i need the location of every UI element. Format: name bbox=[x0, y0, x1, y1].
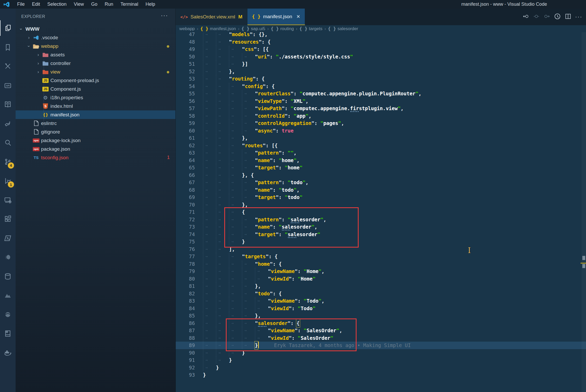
next-change-icon[interactable] bbox=[543, 13, 550, 21]
code-line-48[interactable]: 48"resources": { bbox=[176, 38, 586, 46]
breadcrumb-item-salesorder[interactable]: salesorder bbox=[338, 26, 358, 31]
code-line-58[interactable]: 58"controlId": "app", bbox=[176, 112, 586, 120]
tree-item-webapp[interactable]: ›webapp● bbox=[16, 42, 175, 50]
menu-item-selection[interactable]: Selection bbox=[44, 0, 70, 9]
indent-tab bbox=[203, 90, 216, 97]
code-line-65[interactable]: 65"target": "home" bbox=[176, 164, 586, 171]
code-line-91[interactable]: 91} bbox=[176, 356, 586, 364]
code-line-55[interactable]: 55"routerClass": "computec.appengine.plu… bbox=[176, 90, 586, 97]
remote-explorer-icon[interactable] bbox=[0, 192, 16, 208]
code-line-64[interactable]: 64"name": "home", bbox=[176, 157, 586, 164]
tree-item-component-preload-js[interactable]: JSComponent-preload.js bbox=[16, 76, 175, 85]
code-line-82[interactable]: 82"todo": { bbox=[176, 290, 586, 297]
menu-item-edit[interactable]: Edit bbox=[28, 0, 44, 9]
tree-root-www[interactable]: ›WWW bbox=[16, 25, 175, 33]
tree-item-tsconfig-json[interactable]: TStsconfig.json1 bbox=[16, 153, 175, 162]
breadcrumb-item-sap-ui5[interactable]: sap.ui5 bbox=[251, 26, 265, 31]
run-and-debug-icon[interactable]: 1 bbox=[0, 173, 16, 189]
code-line-60[interactable]: 60"async": true bbox=[176, 127, 586, 135]
project-fragments-icon[interactable] bbox=[0, 116, 16, 131]
tab-salesorder-view-xml[interactable]: </>SalesOrder.view.xmlM bbox=[176, 9, 247, 25]
code-line-67[interactable]: 67"pattern": "todo", bbox=[176, 179, 586, 186]
tab-manifest-json[interactable]: { }manifest.json✕ bbox=[247, 9, 305, 25]
breadcrumb[interactable]: webapp›{ }manifest.json›{ }sap.ui5›{ }ro… bbox=[176, 25, 586, 32]
code-line-79[interactable]: 79"viewName": "Home", bbox=[176, 268, 586, 275]
previous-change-icon[interactable] bbox=[523, 13, 529, 21]
code-line-50[interactable]: 50"uri": "./assets/style/style.css" bbox=[176, 53, 586, 61]
scrollbar[interactable] bbox=[582, 25, 586, 392]
split-editor-icon[interactable] bbox=[565, 13, 571, 21]
more-actions-icon[interactable]: ··· bbox=[575, 14, 582, 20]
code-line-52[interactable]: 52}, bbox=[176, 68, 586, 75]
explorer-more-actions-icon[interactable]: ··· bbox=[161, 12, 168, 19]
tree-item-package-json[interactable]: npmpackage.json bbox=[16, 145, 175, 153]
explorer-icon[interactable] bbox=[0, 20, 16, 36]
code-line-59[interactable]: 59"controlAggregation": "pages", bbox=[176, 119, 586, 127]
tree-item-gitignore[interactable]: gitignore bbox=[16, 128, 175, 136]
live-server-icon[interactable] bbox=[0, 249, 16, 265]
tree-item-manifest-json[interactable]: { }manifest.json bbox=[16, 110, 175, 119]
code-line-69[interactable]: 69"target": "todo" bbox=[176, 194, 586, 201]
containers-icon[interactable] bbox=[0, 326, 16, 341]
code-line-54[interactable]: 54"config": { bbox=[176, 83, 586, 90]
code-token: viewName bbox=[271, 268, 295, 275]
close-icon[interactable]: ✕ bbox=[296, 14, 300, 19]
tree-item-controller[interactable]: ›controller bbox=[16, 59, 175, 68]
code-line-53[interactable]: 53"routing": { bbox=[176, 75, 586, 83]
code-line-49[interactable]: 49"css": [{ bbox=[176, 45, 586, 53]
menu-item-file[interactable]: File bbox=[14, 0, 28, 9]
tree-item-index-html[interactable]: 5index.html bbox=[16, 102, 175, 110]
indent-tab bbox=[216, 356, 229, 364]
openapi-icon[interactable] bbox=[0, 307, 16, 322]
tree-item-view[interactable]: ›view● bbox=[16, 68, 175, 76]
code-line-68[interactable]: 68"name": "todo", bbox=[176, 186, 586, 194]
menu-item-go[interactable]: Go bbox=[88, 0, 101, 9]
tree-item-i18n-properties[interactable]: ⚙i18n.properties bbox=[16, 93, 175, 102]
indent-tab bbox=[203, 68, 216, 75]
code-token: " bbox=[298, 305, 300, 312]
menu-item-help[interactable]: Help bbox=[142, 0, 159, 9]
code-line-80[interactable]: 80"viewId": "Home" bbox=[176, 275, 586, 283]
timeline-icon[interactable] bbox=[554, 13, 561, 21]
menu-item-run[interactable]: Run bbox=[101, 0, 117, 9]
code-line-84[interactable]: 84"viewId": "Todo" bbox=[176, 305, 586, 312]
code-line-78[interactable]: 78"home": { bbox=[176, 260, 586, 268]
breadcrumb-item-routing[interactable]: routing bbox=[280, 26, 294, 31]
api-client-icon[interactable]: API bbox=[0, 78, 16, 93]
tree-item-package-lock-json[interactable]: npmpackage-lock.json bbox=[16, 136, 175, 145]
code-line-61[interactable]: 61}, bbox=[176, 134, 586, 142]
menu-item-terminal[interactable]: Terminal bbox=[117, 0, 142, 9]
code-line-57[interactable]: 57"viewPath": "computec.appengine.firstp… bbox=[176, 105, 586, 112]
azure-pipelines-icon[interactable] bbox=[0, 288, 16, 303]
code-line-62[interactable]: 62"routes": [{ bbox=[176, 142, 586, 149]
code-line-56[interactable]: 56"viewType": "XML", bbox=[176, 97, 586, 105]
source-control-icon[interactable]: 4 bbox=[0, 154, 16, 170]
breadcrumb-item-manifest-json[interactable]: manifest.json bbox=[210, 26, 236, 31]
code-line-63[interactable]: 63"pattern": "", bbox=[176, 149, 586, 157]
docker-icon[interactable] bbox=[0, 345, 16, 361]
bookmarks-icon[interactable] bbox=[0, 39, 16, 55]
tree-item-component-js[interactable]: JSComponent.js bbox=[16, 85, 175, 93]
code-line-92[interactable]: 92} bbox=[176, 364, 586, 371]
code-line-93[interactable]: 93} bbox=[176, 371, 586, 379]
tree-item-assets[interactable]: ›assets bbox=[16, 50, 175, 59]
extensions-icon[interactable] bbox=[0, 211, 16, 227]
breadcrumb-item-webapp[interactable]: webapp bbox=[179, 26, 195, 31]
code-line-66[interactable]: 66}, { bbox=[176, 171, 586, 179]
code-line-51[interactable]: 51}] bbox=[176, 60, 586, 68]
powershell-icon[interactable] bbox=[0, 230, 16, 246]
code-token: " bbox=[300, 194, 302, 201]
menu-item-view[interactable]: View bbox=[70, 0, 88, 9]
code-line-81[interactable]: 81}, bbox=[176, 282, 586, 290]
tree-item--vscode[interactable]: ›.vscode bbox=[16, 33, 175, 42]
breadcrumb-item-targets[interactable]: targets bbox=[309, 26, 322, 31]
search-icon[interactable] bbox=[0, 135, 16, 150]
code-token: viewPath bbox=[258, 105, 282, 112]
code-line-77[interactable]: 77"targets": { bbox=[176, 253, 586, 260]
code-line-content: "config": { bbox=[203, 83, 275, 90]
tools-icon[interactable] bbox=[0, 58, 16, 74]
database-icon[interactable] bbox=[0, 269, 16, 284]
docs-book-icon[interactable] bbox=[0, 97, 16, 112]
code-line-83[interactable]: 83"viewName": "Todo", bbox=[176, 297, 586, 305]
tree-item-eslintrc[interactable]: eslintrc bbox=[16, 119, 175, 128]
